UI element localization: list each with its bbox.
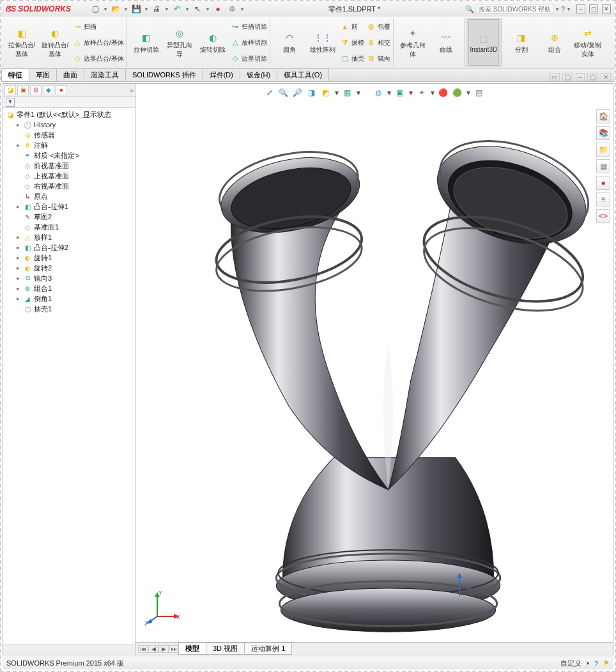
sweep-cut-button[interactable]: ↝扫描切除 [231,21,267,33]
misc-icon[interactable]: ▤ [474,88,484,98]
tree-revolve2[interactable]: ▸◐旋转2 [6,263,135,273]
tab-first-icon[interactable]: ⏮ [138,645,148,653]
tree-plane1[interactable]: ◇基准面1 [6,222,135,232]
wrap-button[interactable]: ◍包覆 [367,21,390,33]
tree-revolve1[interactable]: ▸◐旋转1 [6,253,135,263]
feature-tree[interactable]: ◪零件1 (默认<<默认>_显示状态 ▸🕘History ◎传感器 ▸A注解 ≡… [3,108,135,645]
options-icon[interactable]: ⚙ [227,4,237,14]
tp-appearances-icon[interactable]: ● [596,176,610,190]
graphics-viewport[interactable]: ⤢ 🔍 🔎 ◨ ◩▾ ▦▾ ◍▾ ▣▾ ✦▾ 🔴 🟢▾ ▤ [135,83,613,655]
status-help-icon[interactable]: ? [594,660,598,668]
tab-sketch[interactable]: 草图 [29,68,57,81]
hide-show-icon[interactable]: ◍ [373,88,383,98]
tree-chamfer1[interactable]: ▸◢倒角1 [6,293,135,304]
tab-addins[interactable]: SOLIDWORKS 插件 [125,68,203,81]
mirror-button[interactable]: ⧉镜向 [367,53,390,65]
tree-sketch2[interactable]: ✎草图2 [6,212,135,222]
tab-prev-icon[interactable]: ◀ [148,645,158,653]
tree-loft1[interactable]: ▸△放样1 [6,232,135,242]
dropdown-icon[interactable]: ▾ [206,6,209,12]
propmgr-tab[interactable]: ▣ [17,85,29,95]
shell-button[interactable]: ▢抽壳 [341,53,364,65]
dropdown-icon[interactable]: ▾ [556,6,558,12]
extrude-boss-button[interactable]: ◧拉伸凸台/基体 [6,19,37,66]
prev-view-icon[interactable]: 🔎 [293,88,303,98]
configmgr-tab[interactable]: ⊞ [30,85,42,95]
dropdown-icon[interactable]: ▾ [145,6,148,12]
minimize-button[interactable]: – [576,4,585,13]
tab-features[interactable]: 特征 [1,68,29,81]
featuremgr-tab[interactable]: ◪ [4,85,16,95]
panel-scrollbar[interactable] [3,645,135,655]
move-copy-button[interactable]: ⇄移动/复制实体 [573,19,603,66]
tab-mold[interactable]: 模具工具(O) [277,68,329,81]
split-button[interactable]: ◨分割 [506,19,537,66]
edit-appearance-icon[interactable]: ▣ [395,88,405,98]
tab-last-icon[interactable]: ⏭ [169,645,179,653]
doc-max-button[interactable]: ▢ [587,73,598,81]
tree-front-plane[interactable]: ◇前视基准面 [6,160,135,171]
hole-wizard-button[interactable]: ◎异型孔向导 [164,19,195,66]
section-view-icon[interactable]: ◨ [307,88,317,98]
tp-view-palette-icon[interactable]: ▦ [596,159,610,173]
expand-icon[interactable]: » [130,86,134,94]
combine-button[interactable]: ⊕组合 [539,19,570,66]
loft-boss-button[interactable]: △放样凸台/基体 [73,37,124,49]
intersect-button[interactable]: ⊗相交 [367,37,390,49]
tree-sensors[interactable]: ◎传感器 [6,130,135,140]
search-input[interactable] [477,4,553,14]
sweep-button[interactable]: ↝扫描 [73,21,124,33]
apply-scene-icon[interactable]: ✦ [417,88,427,98]
zoom-area-icon[interactable]: 🔍 [279,88,289,98]
boundary-boss-button[interactable]: ◇边界凸台/基体 [73,53,124,65]
doc-min-button[interactable]: – [576,73,585,81]
tp-design-library-icon[interactable]: 📚 [596,126,610,140]
tree-top-plane[interactable]: ◇上视基准面 [6,171,135,181]
draft-button[interactable]: ⧩拔模 [341,37,364,49]
tp-file-explorer-icon[interactable]: 📁 [596,143,610,157]
tree-right-plane[interactable]: ◇右视基准面 [6,181,135,191]
view-settings-icon[interactable]: 🔴 [438,88,449,98]
print-icon[interactable]: 🖨 [151,4,162,14]
loft-cut-button[interactable]: △放样切割 [231,37,267,49]
revolve-cut-button[interactable]: ◐旋转切除 [197,19,228,66]
status-custom[interactable]: 自定义 [560,659,581,668]
tree-root[interactable]: ◪零件1 (默认<<默认>_显示状态 [6,109,135,120]
tab-next-icon[interactable]: ▶ [158,645,169,653]
rebuild-icon[interactable]: ● [213,4,223,14]
tree-mirror3[interactable]: ▸⧉镜向3 [6,273,135,283]
open-icon[interactable]: 📂 [111,4,121,14]
dropdown-icon[interactable]: ▾ [186,6,189,12]
rib-button[interactable]: ▲筋 [341,21,364,33]
curves-button[interactable]: 〰曲线 [431,19,461,66]
tree-origin[interactable]: ↳原点 [6,191,135,201]
tab-weldments[interactable]: 焊件(D) [203,68,240,81]
dimxpert-tab[interactable]: ◆ [43,85,54,95]
save-icon[interactable]: 💾 [131,4,141,14]
select-icon[interactable]: ↖ [192,4,203,14]
doc-icon[interactable]: ▢ [562,73,573,81]
render-icon[interactable]: 🟢 [452,88,463,98]
fillet-button[interactable]: ◠圆角 [274,19,305,66]
status-flag-icon[interactable]: ⚑ [603,659,610,668]
tab-sheetmetal[interactable]: 钣金(H) [240,68,277,81]
revolve-boss-button[interactable]: ◐旋转凸台/基体 [40,19,70,66]
tree-extrude2[interactable]: ▸◧凸台-拉伸2 [6,242,135,253]
tree-annotations[interactable]: ▸A注解 [6,140,135,150]
instant3d-button[interactable]: ⬚Instant3D [468,19,499,66]
undo-icon[interactable]: ↶ [172,4,182,14]
dropdown-icon[interactable]: ▾ [166,6,168,12]
tree-shell1[interactable]: ▢抽壳1 [6,304,135,314]
tree-combine1[interactable]: ▸⊕组合1 [6,283,135,293]
doc-min-icon[interactable]: ▭ [549,73,560,81]
new-icon[interactable]: ▢ [90,4,100,14]
tab-motion[interactable]: 运动算例 1 [244,643,292,655]
linear-pattern-button[interactable]: ⋮⋮线性阵列 [307,19,338,66]
close-button[interactable]: ✕ [602,4,611,13]
doc-close-button[interactable]: ✕ [601,73,611,81]
dropdown-icon[interactable]: ▾ [104,6,107,12]
dropdown-icon[interactable]: ▾ [125,6,127,12]
help-icon[interactable]: ? [561,5,565,13]
ref-geometry-button[interactable]: ✦参考几何体 [397,19,428,66]
dropdown-icon[interactable]: ▾ [587,660,589,666]
